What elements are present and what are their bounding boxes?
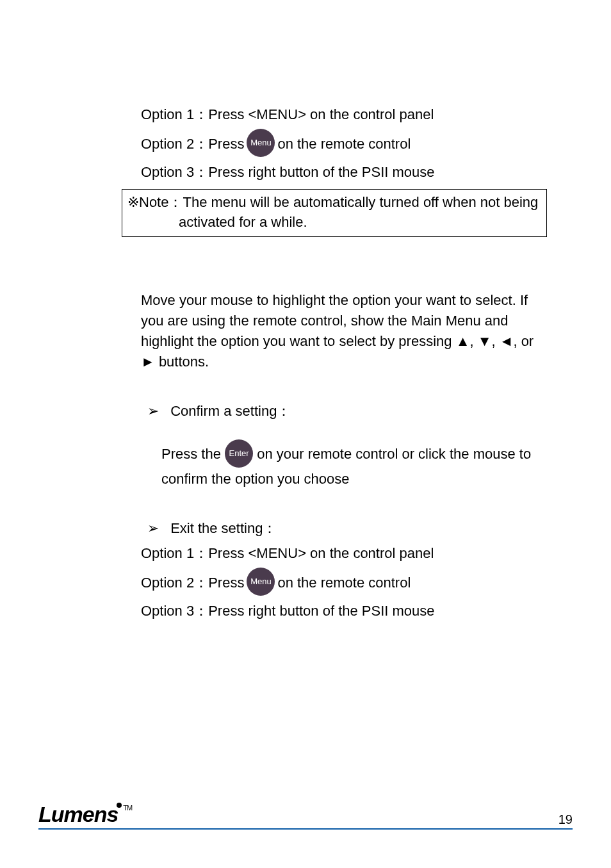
- exit-bullet: ➢ Exit the setting：: [147, 518, 573, 539]
- confirm-text: Press the Enter on your remote control o…: [161, 441, 547, 489]
- option-2-a-pre: Option 2：Press: [141, 134, 244, 154]
- page-number: 19: [558, 812, 573, 827]
- logo-dot-icon: [117, 803, 122, 808]
- section-b-para: Move your mouse to highlight the option …: [141, 290, 547, 372]
- enter-button-icon: Enter: [225, 439, 253, 468]
- menu-button-icon: Menu: [247, 129, 275, 157]
- option-1-a: Option 1：Press <MENU> on the control pan…: [141, 104, 573, 125]
- lumens-logo: LumensTM: [38, 802, 132, 827]
- option-2-a-line: Option 2：Press Menu on the remote contro…: [141, 130, 573, 158]
- exit-label: Exit the setting：: [170, 520, 277, 536]
- bullet-outline-icon: ➢: [147, 401, 167, 422]
- option-3-a: Option 3：Press right button of the PSII …: [141, 162, 573, 183]
- option-2-a-post: on the remote control: [277, 134, 411, 154]
- exit-option-2-post: on the remote control: [277, 573, 411, 593]
- logo-text: Lumens: [38, 802, 118, 826]
- bullet-outline-icon: ➢: [147, 518, 167, 539]
- menu-button-icon: Menu: [247, 568, 275, 596]
- note-line-1: ※Note：The menu will be automatically tur…: [127, 194, 538, 210]
- section-a-title: Show the Main Menu：: [141, 77, 573, 99]
- section-b-title: Make a selection in the Main Menu：: [141, 263, 573, 285]
- exit-option-3: Option 3：Press right button of the PSII …: [141, 601, 573, 621]
- confirm-bullet: ➢ Confirm a setting：: [147, 401, 573, 422]
- exit-option-1: Option 1：Press <MENU> on the control pan…: [141, 543, 573, 564]
- confirm-text-a: Press the: [161, 445, 225, 461]
- page-content: Show the Main Menu： Option 1：Press <MENU…: [0, 0, 611, 621]
- note-line-2: activated for a while.: [179, 212, 541, 233]
- logo-tm: TM: [123, 804, 132, 812]
- note-box: ※Note：The menu will be automatically tur…: [122, 189, 547, 238]
- exit-option-2-line: Option 2：Press Menu on the remote contro…: [141, 569, 573, 597]
- confirm-label: Confirm a setting：: [170, 403, 291, 419]
- exit-option-2-pre: Option 2：Press: [141, 573, 244, 593]
- page-footer: LumensTM 19: [38, 802, 573, 830]
